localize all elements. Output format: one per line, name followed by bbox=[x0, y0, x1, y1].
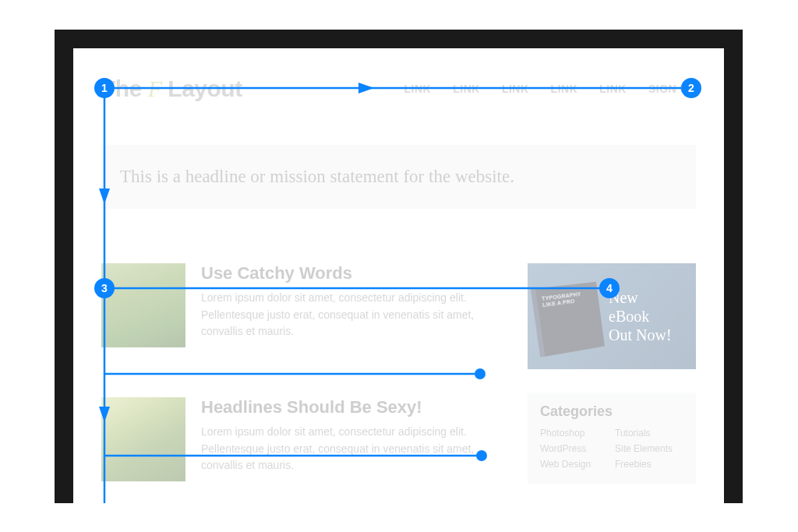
categories-title: Categories bbox=[540, 403, 683, 420]
post-thumbnail bbox=[101, 397, 185, 481]
category-link[interactable]: Site Elements bbox=[615, 443, 683, 454]
page-canvas: The F Layout LINK LINK LINK LINK LINK SI… bbox=[73, 48, 724, 503]
category-link[interactable]: Tutorials bbox=[615, 428, 683, 439]
promo-text: New eBook Out Now! bbox=[609, 288, 685, 344]
category-link[interactable]: Freebies bbox=[615, 459, 683, 470]
nav-cta[interactable]: SIGN UP bbox=[648, 83, 696, 95]
post-thumbnail bbox=[101, 263, 185, 347]
post-title: Headlines Should Be Sexy! bbox=[201, 397, 506, 417]
content-column: Use Catchy Words Lorem ipsum dolor sit a… bbox=[101, 263, 506, 503]
main-columns: Use Catchy Words Lorem ipsum dolor sit a… bbox=[101, 263, 696, 503]
site-logo: The F Layout bbox=[101, 76, 242, 102]
logo-prefix: The bbox=[101, 76, 148, 101]
nav-link[interactable]: LINK bbox=[599, 83, 627, 95]
logo-accent: F bbox=[148, 76, 162, 101]
categories-list: Photoshop Tutorials WordPress Site Eleme… bbox=[540, 428, 683, 470]
post-body: Use Catchy Words Lorem ipsum dolor sit a… bbox=[201, 263, 506, 347]
post-excerpt: Lorem ipsum dolor sit amet, consectetur … bbox=[201, 424, 506, 474]
post-title: Use Catchy Words bbox=[201, 263, 506, 284]
post-body: Headlines Should Be Sexy! Lorem ipsum do… bbox=[201, 397, 506, 481]
sidebar-column: TYPOGRAPHY LIKE A PRO New eBook Out Now!… bbox=[528, 263, 696, 503]
hero-banner: This is a headline or mission statement … bbox=[101, 145, 696, 209]
screenshot-frame: The F Layout LINK LINK LINK LINK LINK SI… bbox=[55, 30, 743, 503]
sidebar-promo[interactable]: TYPOGRAPHY LIKE A PRO New eBook Out Now! bbox=[528, 263, 696, 369]
promo-line: New bbox=[609, 289, 638, 306]
category-link[interactable]: Web Design bbox=[540, 459, 609, 470]
post-item: Use Catchy Words Lorem ipsum dolor sit a… bbox=[101, 263, 506, 347]
category-link[interactable]: WordPress bbox=[540, 443, 609, 454]
post-excerpt: Lorem ipsum dolor sit amet, consectetur … bbox=[201, 290, 506, 340]
category-link[interactable]: Photoshop bbox=[540, 428, 609, 439]
nav-link[interactable]: LINK bbox=[404, 83, 432, 95]
promo-line: eBook bbox=[609, 308, 649, 325]
promo-book-cover-text: TYPOGRAPHY LIKE A PRO bbox=[542, 290, 595, 308]
promo-book-icon: TYPOGRAPHY LIKE A PRO bbox=[531, 282, 605, 358]
site-header: The F Layout LINK LINK LINK LINK LINK SI… bbox=[101, 70, 696, 107]
promo-line: Out Now! bbox=[609, 326, 672, 344]
logo-suffix: Layout bbox=[162, 76, 242, 101]
primary-nav: LINK LINK LINK LINK LINK SIGN UP bbox=[404, 83, 696, 95]
categories-widget: Categories Photoshop Tutorials WordPress… bbox=[528, 393, 696, 484]
nav-link[interactable]: LINK bbox=[502, 83, 529, 95]
hero-headline: This is a headline or mission statement … bbox=[120, 167, 677, 187]
post-item: Headlines Should Be Sexy! Lorem ipsum do… bbox=[101, 397, 506, 481]
nav-link[interactable]: LINK bbox=[551, 83, 578, 95]
nav-link[interactable]: LINK bbox=[453, 83, 480, 95]
